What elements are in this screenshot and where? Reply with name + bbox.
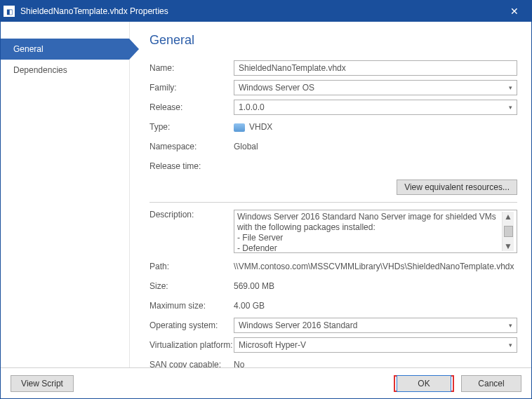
scrollbar[interactable]: ▲▼	[502, 212, 514, 251]
chevron-down-icon: ▾	[509, 84, 512, 91]
label-os: Operating system:	[149, 320, 234, 330]
label-release: Release:	[149, 102, 234, 112]
type-value: VHDX	[234, 122, 517, 132]
san-value: No	[234, 360, 517, 367]
os-value: Windows Server 2016 Standard	[239, 320, 357, 330]
footer: View Script OK Cancel	[1, 367, 531, 398]
ok-highlight: OK	[394, 375, 454, 392]
sidebar: General Dependencies	[1, 22, 130, 367]
size-value: 569.00 MB	[234, 281, 517, 291]
tab-dependencies[interactable]: Dependencies	[1, 60, 129, 81]
tab-general[interactable]: General	[1, 39, 129, 60]
name-input[interactable]	[234, 60, 517, 76]
label-name: Name:	[149, 63, 234, 73]
label-release-time: Release time:	[149, 161, 234, 171]
chevron-down-icon: ▾	[509, 322, 512, 329]
label-size: Size:	[149, 281, 234, 291]
close-icon[interactable]: ✕	[500, 1, 528, 22]
release-value: 1.0.0.0	[239, 102, 265, 112]
label-description: Description:	[149, 210, 234, 219]
window-title: ShieldedNanoTemplate.vhdx Properties	[20, 6, 500, 16]
label-max-size: Maximum size:	[149, 301, 234, 311]
os-select[interactable]: Windows Server 2016 Standard▾	[234, 318, 517, 333]
virt-value: Microsoft Hyper-V	[239, 340, 306, 350]
label-path: Path:	[149, 262, 234, 271]
chevron-down-icon: ▾	[509, 341, 512, 349]
family-value: Windows Server OS	[239, 83, 314, 93]
family-select[interactable]: Windows Server OS▾	[234, 80, 517, 95]
view-script-button[interactable]: View Script	[11, 375, 74, 392]
label-type: Type:	[149, 122, 234, 132]
namespace-value: Global	[234, 142, 517, 151]
max-size-value: 4.00 GB	[234, 301, 517, 311]
app-icon: ◧	[4, 6, 15, 17]
release-select[interactable]: 1.0.0.0▾	[234, 100, 517, 115]
scroll-down-icon[interactable]: ▼	[504, 241, 512, 251]
ok-button[interactable]: OK	[397, 375, 451, 392]
virt-select[interactable]: Microsoft Hyper-V▾	[234, 337, 517, 353]
label-family: Family:	[149, 83, 234, 93]
disk-icon	[234, 123, 245, 132]
cancel-button[interactable]: Cancel	[461, 375, 521, 392]
description-text: Windows Server 2016 Standard Nano Server…	[237, 212, 502, 251]
tab-general-label: General	[13, 44, 44, 54]
scroll-up-icon[interactable]: ▲	[504, 212, 512, 222]
divider	[149, 202, 517, 203]
scroll-thumb[interactable]	[504, 226, 513, 237]
label-san: SAN copy capable:	[149, 360, 234, 367]
titlebar: ◧ ShieldedNanoTemplate.vhdx Properties ✕	[1, 1, 531, 22]
content-panel: General Name: Family: Windows Server OS▾…	[130, 22, 531, 367]
label-namespace: Namespace:	[149, 142, 234, 151]
chevron-down-icon: ▾	[509, 104, 512, 111]
view-equivalent-button[interactable]: View equivalent resources...	[397, 180, 517, 195]
description-textarea[interactable]: Windows Server 2016 Standard Nano Server…	[234, 210, 517, 253]
label-virt: Virtualization platform:	[149, 340, 234, 350]
tab-dependencies-label: Dependencies	[13, 65, 67, 75]
page-heading: General	[149, 33, 517, 48]
path-value: \\VMM.contoso.com\MSSCVMMLibrary\VHDs\Sh…	[234, 262, 517, 271]
